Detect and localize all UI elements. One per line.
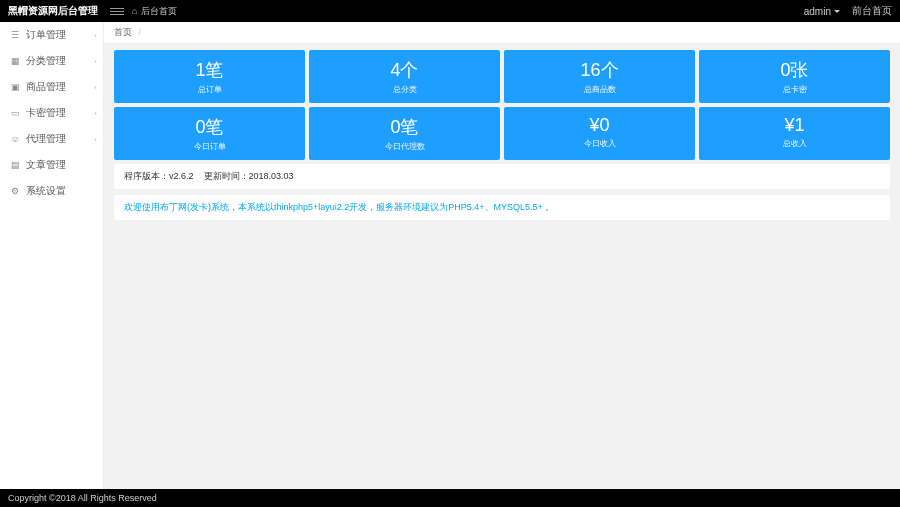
- tile-value: 1笔: [114, 58, 305, 82]
- footer: Copyright ©2018 All Rights Reserved: [0, 489, 900, 507]
- chevron-left-icon: ‹: [94, 83, 97, 92]
- tile-label: 总商品数: [504, 84, 695, 95]
- tile-label: 今日收入: [504, 138, 695, 149]
- copyright-text: Copyright ©2018 All Rights Reserved: [8, 493, 157, 503]
- tile-today-agents[interactable]: 0笔 今日代理数: [309, 107, 500, 160]
- tile-label: 今日代理数: [309, 141, 500, 152]
- breadcrumb: 首页 /: [104, 22, 900, 44]
- sidebar: ☰ 订单管理 ‹ ▦ 分类管理 ‹ ▣ 商品管理 ‹ ▭ 卡密管理 ‹ ☺ 代理…: [0, 22, 104, 489]
- tile-label: 今日订单: [114, 141, 305, 152]
- admin-label: admin: [804, 6, 831, 17]
- breadcrumb-item[interactable]: 首页: [114, 27, 132, 37]
- box-icon: ▣: [10, 82, 20, 92]
- list-icon: ☰: [10, 30, 20, 40]
- tile-value: 16个: [504, 58, 695, 82]
- sidebar-item-orders[interactable]: ☰ 订单管理 ‹: [0, 22, 103, 48]
- sidebar-item-agents[interactable]: ☺ 代理管理 ‹: [0, 126, 103, 152]
- tile-total-categories[interactable]: 4个 总分类: [309, 50, 500, 103]
- sidebar-item-categories[interactable]: ▦ 分类管理 ‹: [0, 48, 103, 74]
- sidebar-item-label: 分类管理: [26, 54, 66, 68]
- tile-value: ¥0: [504, 115, 695, 136]
- date-value: 2018.03.03: [249, 171, 294, 181]
- welcome-message: 欢迎使用布丁网(发卡)系统，本系统以thinkphp5+layui2.2开发，服…: [114, 195, 890, 220]
- users-icon: ☺: [10, 134, 20, 144]
- sidebar-item-products[interactable]: ▣ 商品管理 ‹: [0, 74, 103, 100]
- tile-label: 总卡密: [699, 84, 890, 95]
- tile-total-products[interactable]: 16个 总商品数: [504, 50, 695, 103]
- app-title: 黑帽资源网后台管理: [8, 4, 98, 18]
- sidebar-item-label: 订单管理: [26, 28, 66, 42]
- menu-toggle-icon[interactable]: [110, 4, 124, 18]
- card-icon: ▭: [10, 108, 20, 118]
- header: 黑帽资源网后台管理 ⌂ 后台首页 admin 前台首页: [0, 0, 900, 22]
- version-value: v2.6.2: [169, 171, 194, 181]
- home-link[interactable]: 后台首页: [141, 5, 177, 18]
- doc-icon: ▤: [10, 160, 20, 170]
- grid-icon: ▦: [10, 56, 20, 66]
- version-info: 程序版本：v2.6.2 更新时间：2018.03.03: [114, 164, 890, 189]
- sidebar-item-label: 商品管理: [26, 80, 66, 94]
- breadcrumb-sep: /: [139, 27, 142, 37]
- sidebar-item-label: 系统设置: [26, 184, 66, 198]
- tile-value: 0笔: [309, 115, 500, 139]
- sidebar-item-articles[interactable]: ▤ 文章管理: [0, 152, 103, 178]
- frontend-link[interactable]: 前台首页: [852, 4, 892, 18]
- tile-today-orders[interactable]: 0笔 今日订单: [114, 107, 305, 160]
- stats-row-1: 1笔 总订单 4个 总分类 16个 总商品数 0张 总卡密: [114, 50, 890, 103]
- tile-label: 总收入: [699, 138, 890, 149]
- tile-value: 0笔: [114, 115, 305, 139]
- tile-label: 总订单: [114, 84, 305, 95]
- gear-icon: ⚙: [10, 186, 20, 196]
- tile-total-cards[interactable]: 0张 总卡密: [699, 50, 890, 103]
- sidebar-item-label: 代理管理: [26, 132, 66, 146]
- chevron-left-icon: ‹: [94, 57, 97, 66]
- tile-total-orders[interactable]: 1笔 总订单: [114, 50, 305, 103]
- tile-value: 4个: [309, 58, 500, 82]
- caret-down-icon: [834, 10, 840, 13]
- chevron-left-icon: ‹: [94, 135, 97, 144]
- tile-label: 总分类: [309, 84, 500, 95]
- version-label: 程序版本：: [124, 171, 169, 181]
- sidebar-item-label: 文章管理: [26, 158, 66, 172]
- date-label: 更新时间：: [204, 171, 249, 181]
- tile-today-income[interactable]: ¥0 今日收入: [504, 107, 695, 160]
- stats-row-2: 0笔 今日订单 0笔 今日代理数 ¥0 今日收入 ¥1 总收入: [114, 107, 890, 160]
- tile-total-income[interactable]: ¥1 总收入: [699, 107, 890, 160]
- chevron-left-icon: ‹: [94, 109, 97, 118]
- sidebar-item-label: 卡密管理: [26, 106, 66, 120]
- chevron-left-icon: ‹: [94, 31, 97, 40]
- tile-value: 0张: [699, 58, 890, 82]
- tile-value: ¥1: [699, 115, 890, 136]
- home-icon: ⌂: [132, 6, 137, 16]
- sidebar-item-settings[interactable]: ⚙ 系统设置: [0, 178, 103, 204]
- admin-dropdown[interactable]: admin: [804, 6, 840, 17]
- sidebar-item-cards[interactable]: ▭ 卡密管理 ‹: [0, 100, 103, 126]
